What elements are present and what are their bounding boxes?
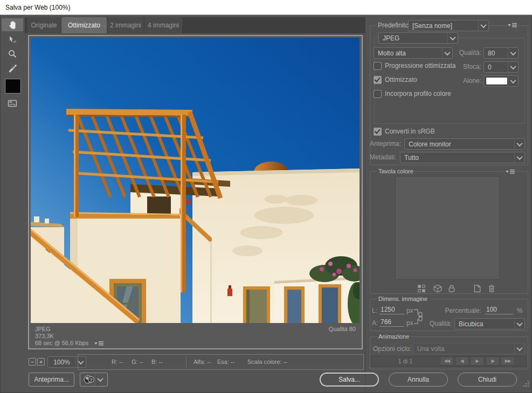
format-select[interactable]: JPEG bbox=[378, 32, 458, 44]
tab-originale[interactable]: Originale bbox=[27, 17, 61, 33]
srgb-label: Converti in sRGB bbox=[385, 128, 435, 135]
last-frame-button[interactable]: ▶▶ bbox=[501, 356, 515, 366]
previous-frame-button[interactable]: ◀| bbox=[455, 356, 469, 366]
status-download-time-text: 68 sec @ 56,6 Kbps bbox=[35, 340, 88, 346]
width-unit: px bbox=[406, 307, 413, 314]
new-color-icon[interactable] bbox=[473, 284, 481, 293]
optimized-checkbox[interactable] bbox=[374, 76, 382, 84]
percent-label: Percentuale: bbox=[444, 307, 481, 314]
g-readout: G: -- bbox=[132, 359, 143, 365]
preview-image[interactable] bbox=[31, 38, 360, 323]
settings-panel: Predefinito: [Senza nome] JPEG Molto alt… bbox=[365, 15, 532, 393]
loop-options-select[interactable]: Una volta bbox=[413, 343, 525, 354]
image-size-title: Dimens. immagine bbox=[376, 296, 430, 302]
color-table-menu-icon[interactable] bbox=[505, 169, 516, 174]
optimize-status-bar: JPEG Qualità 80 373,3K 68 sec @ 56,6 Kbp… bbox=[31, 325, 360, 347]
preview-button-label: Anteprima... bbox=[34, 376, 69, 383]
preview-canvas: JPEG Qualità 80 373,3K 68 sec @ 56,6 Kbp… bbox=[28, 35, 363, 349]
preset-select[interactable]: [Senza nome] bbox=[408, 20, 489, 31]
color-info-bar: R: -- G: -- B: -- Alfa: -- Esa: -- Scala… bbox=[78, 354, 364, 370]
browser-select-button[interactable]: ? bbox=[80, 373, 108, 387]
width-label: L: bbox=[372, 307, 377, 314]
preview-mode-value: Colore monitor bbox=[405, 141, 514, 148]
status-quality: Qualità 80 bbox=[329, 326, 356, 332]
status-file-size: 373,3K bbox=[35, 333, 54, 339]
lock-icon[interactable] bbox=[447, 284, 456, 293]
trash-icon[interactable] bbox=[487, 284, 496, 293]
slice-select-icon bbox=[8, 35, 17, 45]
chevron-down-icon bbox=[95, 373, 105, 386]
zoom-in-glyph: + bbox=[39, 359, 43, 365]
srgb-checkbox[interactable] bbox=[374, 128, 382, 136]
animation-title: Animazione bbox=[376, 333, 411, 340]
chevron-down-icon bbox=[508, 62, 518, 72]
zoom-tool[interactable] bbox=[2, 47, 23, 60]
color-table-swatches[interactable] bbox=[395, 176, 500, 280]
tab-ottimizzato[interactable]: Ottimizzato bbox=[61, 17, 107, 33]
blur-value: 0 bbox=[484, 64, 508, 71]
eyedropper-icon bbox=[8, 63, 17, 73]
preset-menu-icon[interactable] bbox=[507, 23, 518, 28]
tab-label: Originale bbox=[31, 22, 57, 29]
percent-unit: % bbox=[517, 307, 523, 314]
height-unit: px bbox=[406, 319, 413, 327]
tab-2-immagini[interactable]: 2 immagini bbox=[107, 17, 144, 33]
loop-options-value: Una volta bbox=[413, 345, 514, 353]
next-frame-glyph: |▶ bbox=[491, 359, 494, 363]
zoom-out-button[interactable]: − bbox=[29, 358, 36, 366]
dither-icon[interactable] bbox=[417, 284, 426, 293]
tab-label: Ottimizzato bbox=[68, 22, 100, 29]
hand-icon bbox=[7, 19, 18, 30]
embed-profile-checkbox[interactable] bbox=[374, 90, 382, 98]
animation-playback-bar: 1 di 1 ◀◀ ◀| ▶ |▶ ▶▶ bbox=[371, 356, 527, 367]
first-frame-button[interactable]: ◀◀ bbox=[440, 356, 454, 366]
tool-column bbox=[0, 15, 25, 393]
quality-value-select[interactable]: 80 bbox=[483, 47, 519, 59]
slice-select-tool[interactable] bbox=[2, 33, 23, 46]
zoom-in-button[interactable]: + bbox=[37, 358, 45, 366]
tab-label: 4 immagini bbox=[148, 22, 179, 29]
optimized-label: Ottimizzato bbox=[385, 76, 417, 83]
zoom-level-value: 100% bbox=[48, 359, 75, 366]
progressive-checkbox[interactable] bbox=[374, 62, 382, 70]
play-button[interactable]: ▶ bbox=[470, 356, 484, 366]
eyedropper-color-swatch[interactable] bbox=[5, 79, 21, 94]
percent-input[interactable]: 100 bbox=[485, 306, 513, 314]
toggle-slices-visibility[interactable] bbox=[2, 97, 23, 110]
metadata-select[interactable]: Tutto bbox=[400, 152, 525, 163]
quality-value: 80 bbox=[484, 50, 508, 57]
save-for-web-dialog: Salva per Web (100%) bbox=[0, 0, 532, 393]
tab-label: 2 immagini bbox=[110, 22, 141, 29]
dialog-title: Salva per Web (100%) bbox=[5, 4, 71, 11]
matte-color-swatch bbox=[486, 77, 508, 85]
quality-preset-select[interactable]: Molto alta bbox=[374, 47, 453, 59]
resample-quality-select[interactable]: Bicubica bbox=[454, 318, 525, 329]
tab-4-immagini[interactable]: 4 immagini bbox=[144, 17, 182, 33]
next-frame-button[interactable]: |▶ bbox=[486, 356, 500, 366]
preview-mode-select[interactable]: Colore monitor bbox=[404, 138, 525, 150]
hex-readout: Esa: -- bbox=[217, 359, 234, 365]
preview-in-browser-button[interactable]: Anteprima... bbox=[29, 373, 74, 387]
hand-tool[interactable] bbox=[2, 18, 23, 31]
format-value: JPEG bbox=[379, 34, 447, 42]
dialog-body: Originale Ottimizzato 2 immagini 4 immag… bbox=[0, 15, 532, 393]
chevron-down-icon bbox=[508, 76, 518, 86]
preview-mode-label: Anteprima: bbox=[370, 140, 401, 148]
blur-value-select[interactable]: 0 bbox=[483, 61, 519, 73]
eyedropper-tool[interactable] bbox=[2, 61, 23, 74]
chevron-down-icon bbox=[442, 48, 452, 58]
slices-visibility-icon bbox=[7, 99, 18, 108]
first-frame-glyph: ◀◀ bbox=[444, 359, 450, 363]
save-button-label: Salva... bbox=[338, 376, 360, 383]
status-menu-icon[interactable] bbox=[94, 341, 103, 346]
preset-value: [Senza nome] bbox=[409, 22, 478, 30]
loop-options-label: Opzioni ciclo: bbox=[373, 345, 411, 353]
height-input[interactable]: 766 bbox=[379, 318, 404, 327]
resample-quality-value: Bicubica bbox=[455, 320, 514, 328]
chevron-down-icon bbox=[514, 152, 524, 163]
width-input[interactable]: 1250 bbox=[379, 306, 404, 314]
b-readout: B: -- bbox=[151, 359, 163, 365]
chevron-down-icon bbox=[514, 139, 524, 149]
websafe-cube-icon[interactable] bbox=[433, 284, 442, 293]
matte-color-select[interactable] bbox=[483, 75, 519, 87]
